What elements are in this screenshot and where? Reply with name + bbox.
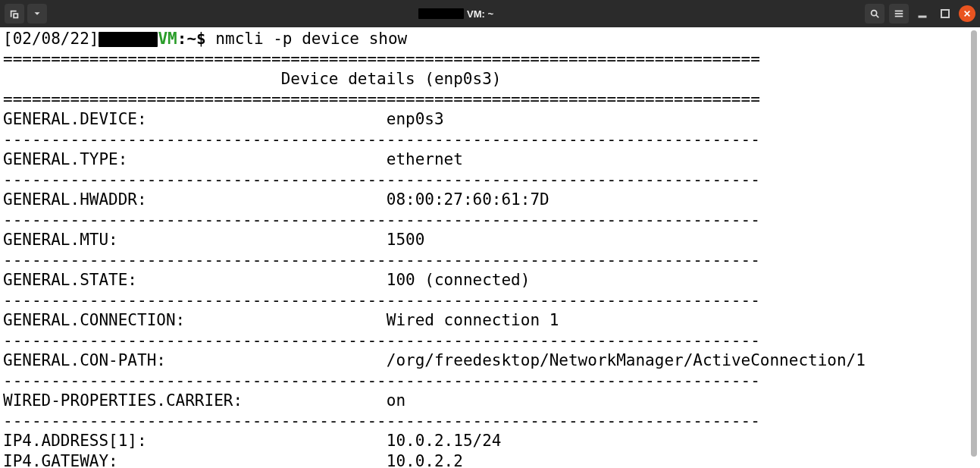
output-value: 10.0.2.2 <box>387 452 463 469</box>
output-key: GENERAL.CON-PATH: <box>3 351 387 369</box>
separator-dash: ----------------------------------------… <box>3 331 778 351</box>
output-value: 1500 <box>387 231 425 249</box>
svg-line-1 <box>876 15 879 18</box>
separator-dash: ----------------------------------------… <box>3 170 778 190</box>
scrollbar-thumb[interactable] <box>971 30 977 457</box>
output-key: GENERAL.TYPE: <box>3 150 387 168</box>
prompt-command: nmcli -p device show <box>215 30 407 48</box>
output-key: IP4.ADDRESS[1]: <box>3 432 387 450</box>
minimize-button[interactable] <box>913 5 931 23</box>
svg-rect-6 <box>941 10 949 17</box>
separator-dash: ----------------------------------------… <box>3 371 778 391</box>
separator-dash: ----------------------------------------… <box>3 411 778 432</box>
prompt-host: VM <box>158 30 177 48</box>
output-row: GENERAL.CONNECTION: Wired connection 1 <box>3 310 977 331</box>
new-tab-button[interactable] <box>5 4 24 24</box>
scrollbar-vertical[interactable] <box>969 30 978 465</box>
prompt-line: [02/08/22] VM:~$ nmcli -p device show <box>3 29 977 49</box>
separator-dash: ----------------------------------------… <box>3 210 778 231</box>
separator-eq: ========================================… <box>3 49 778 70</box>
prompt-path: :~ <box>177 30 196 48</box>
output-value: on <box>387 391 405 410</box>
separator-dash: ----------------------------------------… <box>3 130 778 150</box>
redacted-user-prompt <box>99 32 158 47</box>
separator-dash: ----------------------------------------… <box>3 250 778 271</box>
svg-rect-5 <box>919 16 926 17</box>
output-row: IP4.GATEWAY: 10.0.2.2 <box>3 451 977 469</box>
terminal-output[interactable]: [02/08/22] VM:~$ nmcli -p device show===… <box>0 27 980 468</box>
output-value: Wired connection 1 <box>387 311 559 329</box>
output-key: GENERAL.DEVICE: <box>3 110 387 128</box>
svg-rect-4 <box>895 16 903 17</box>
maximize-button[interactable] <box>936 5 954 23</box>
svg-rect-3 <box>895 13 903 14</box>
search-button[interactable] <box>865 4 885 24</box>
output-value: /org/freedesktop/NetworkManager/ActiveCo… <box>387 351 866 369</box>
tab-menu-dropdown[interactable] <box>27 4 47 24</box>
output-row: GENERAL.TYPE: ethernet <box>3 149 977 170</box>
output-value: 10.0.2.15/24 <box>387 432 502 450</box>
output-value: enp0s3 <box>387 110 444 128</box>
output-header: Device details (enp0s3) <box>3 69 778 90</box>
hamburger-menu-button[interactable] <box>889 4 909 24</box>
prompt-symbol: $ <box>196 30 206 48</box>
svg-point-0 <box>872 11 877 16</box>
output-key: WIRED-PROPERTIES.CARRIER: <box>3 391 387 410</box>
svg-rect-2 <box>895 11 903 12</box>
separator-eq: ========================================… <box>3 90 778 110</box>
output-value: ethernet <box>387 150 463 168</box>
output-key: GENERAL.HWADDR: <box>3 190 387 209</box>
output-row: GENERAL.HWADDR: 08:00:27:60:61:7D <box>3 190 977 210</box>
window-title: VM: ~ <box>52 8 860 20</box>
output-row: GENERAL.CON-PATH: /org/freedesktop/Netwo… <box>3 350 977 371</box>
output-row: IP4.ADDRESS[1]: 10.0.2.15/24 <box>3 431 977 451</box>
window-titlebar: VM: ~ <box>0 0 980 27</box>
output-key: GENERAL.CONNECTION: <box>3 311 387 329</box>
output-row: GENERAL.MTU: 1500 <box>3 230 977 250</box>
output-key: IP4.GATEWAY: <box>3 452 387 469</box>
close-button[interactable] <box>959 5 975 22</box>
output-row: GENERAL.DEVICE: enp0s3 <box>3 109 977 130</box>
output-row: WIRED-PROPERTIES.CARRIER: on <box>3 391 977 411</box>
output-value: 08:00:27:60:61:7D <box>387 190 549 209</box>
separator-dash: ----------------------------------------… <box>3 291 778 311</box>
output-value: 100 (connected) <box>387 271 531 289</box>
output-row: GENERAL.STATE: 100 (connected) <box>3 270 977 291</box>
redacted-user <box>418 8 464 19</box>
prompt-date: [02/08/22] <box>3 30 99 48</box>
output-key: GENERAL.MTU: <box>3 231 387 249</box>
output-key: GENERAL.STATE: <box>3 271 387 289</box>
